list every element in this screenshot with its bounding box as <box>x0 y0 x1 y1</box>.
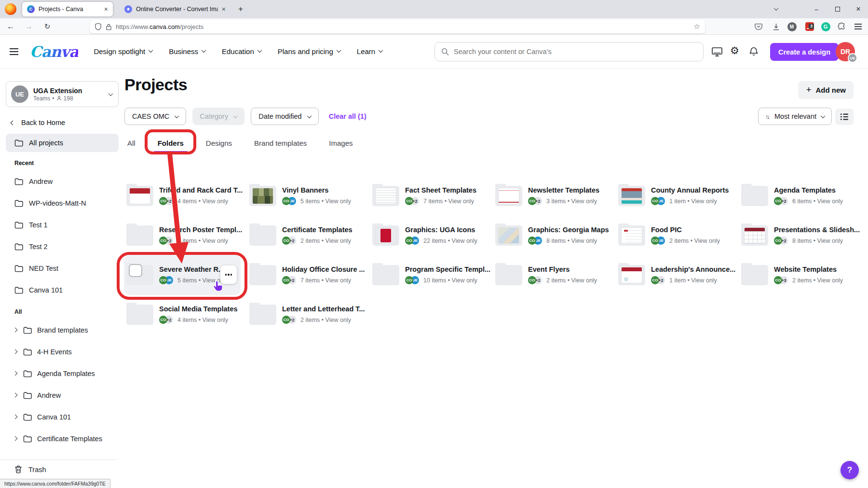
team-switcher[interactable]: UE UGA Extension Teams• 198 <box>6 81 119 107</box>
nav-item-design-spotlight[interactable]: Design spotlight <box>94 47 152 56</box>
sidebar-item-all-projects[interactable]: All projects <box>6 134 119 152</box>
sidebar-folder-andrew[interactable]: Andrew <box>6 170 119 192</box>
extensions-puzzle-icon[interactable] <box>834 18 849 35</box>
sidebar-folder-ned-test[interactable]: NED Test <box>6 257 119 279</box>
sidebar-folder-andrew[interactable]: Andrew <box>6 384 119 406</box>
back-button[interactable]: ← <box>4 18 17 35</box>
notifications-bell-icon[interactable] <box>748 46 759 57</box>
browser-tab-inactive[interactable]: Online Converter - Convert Ima × <box>120 2 231 16</box>
folder-card-social-media-templates[interactable]: Social Media TemplatesCO+24 items • View… <box>126 302 249 341</box>
chevron-down-icon <box>257 48 262 53</box>
folder-meta-row: CO+24 items • View only <box>159 237 247 245</box>
search-input[interactable] <box>454 48 697 56</box>
sidebar-item-trash[interactable]: Trash <box>14 465 46 474</box>
sidebar-folder-certificate-templates[interactable]: Certificate Templates <box>6 428 119 449</box>
shield-icon[interactable] <box>95 23 102 30</box>
folder-select-checkbox[interactable] <box>129 264 142 277</box>
category-filter-dropdown[interactable]: Category <box>192 108 244 125</box>
folder-card-agenda-templates[interactable]: Agenda TemplatesCO+26 items • View only <box>741 183 864 223</box>
sidebar-folder-brand-templates[interactable]: Brand templates <box>6 319 119 341</box>
folder-card-newsletter-templates[interactable]: Newsletter TemplatesCO+23 items • View o… <box>495 183 618 223</box>
window-close-button[interactable]: × <box>851 0 866 18</box>
profile-extension-icon[interactable]: M <box>785 18 799 35</box>
folder-thumbnail-icon <box>126 186 153 206</box>
user-avatar[interactable]: DRUE <box>836 42 855 61</box>
folder-card-graphics-georgia-maps[interactable]: Graphics: Georgia MapsCOUE8 items • View… <box>495 223 618 262</box>
app-menu-icon[interactable] <box>10 46 19 57</box>
folder-card-presentations-slidesh[interactable]: Presentations & Slidesh...CO+28 items • … <box>741 223 864 262</box>
display-icon[interactable] <box>711 46 723 57</box>
chevron-right-icon[interactable] <box>13 371 18 376</box>
pocket-icon[interactable] <box>751 18 766 35</box>
browser-menu-icon[interactable] <box>851 18 865 35</box>
url-bar[interactable]: https://www.canva.com/projects ☆ <box>90 20 705 33</box>
clear-all-link[interactable]: Clear all (1) <box>329 112 366 120</box>
adblock-extension-icon[interactable]: 3 <box>802 18 817 35</box>
sidebar-folder-canva-101[interactable]: Canva 101 <box>6 279 119 301</box>
list-all-tabs-icon[interactable] <box>774 6 779 11</box>
nav-item-plans-and-pricing[interactable]: Plans and pricing <box>278 47 340 56</box>
tab-all[interactable]: All <box>127 139 136 153</box>
downloads-icon[interactable] <box>769 18 783 35</box>
sidebar-folder-wp-videos-matt-n[interactable]: WP-videos-Matt-N <box>6 192 119 214</box>
collaborator-badge: CO <box>528 197 536 205</box>
folder-card-severe-weather-r[interactable]: Severe Weather R...COUE5 items • View on… <box>126 262 249 302</box>
nav-item-education[interactable]: Education <box>222 47 261 56</box>
folder-card-leadership-s-announce[interactable]: Leadership's Announce...CO+21 item • Vie… <box>618 262 741 302</box>
sidebar-folder-canva-101[interactable]: Canva 101 <box>6 406 119 428</box>
chevron-right-icon[interactable] <box>13 349 18 354</box>
list-view-toggle[interactable] <box>835 109 854 125</box>
lock-icon[interactable] <box>106 23 112 30</box>
tab-brand-templates[interactable]: Brand templates <box>254 139 307 153</box>
chevron-right-icon[interactable] <box>13 436 18 441</box>
folder-card-holiday-office-closure[interactable]: Holiday Office Closure ...CO+27 items • … <box>249 262 372 302</box>
folder-thumbnail-icon <box>741 225 768 246</box>
tab-folders[interactable]: Folders <box>158 139 184 153</box>
window-minimize-button[interactable]: – <box>809 0 824 18</box>
date-modified-filter-dropdown[interactable]: Date modified <box>251 108 318 125</box>
canva-logo[interactable]: Canva <box>30 43 78 60</box>
sort-dropdown[interactable]: ↑↓Most relevant <box>758 108 832 125</box>
window-maximize-button[interactable] <box>830 0 845 18</box>
settings-gear-icon[interactable]: ⚙ <box>730 45 739 56</box>
tab-images[interactable]: Images <box>329 139 353 153</box>
sidebar-folder-agenda-templates[interactable]: Agenda Templates <box>6 363 119 384</box>
search-bar[interactable] <box>434 42 704 61</box>
grammarly-extension-icon[interactable]: G <box>818 18 833 35</box>
new-tab-button[interactable]: + <box>238 4 243 14</box>
folder-filter-dropdown[interactable]: CAES OMC <box>124 108 186 125</box>
chevron-right-icon[interactable] <box>13 415 18 419</box>
folder-card-trifold-and-rack-card-t[interactable]: Trifold and Rack Card T...CO+24 items • … <box>126 183 249 223</box>
sidebar-folder-test-1[interactable]: Test 1 <box>6 214 119 236</box>
folder-card-event-flyers[interactable]: Event FlyersCO+22 items • View only <box>495 262 618 302</box>
folder-card-program-specific-templ[interactable]: Program Specific Templ...COUE10 items • … <box>372 262 495 302</box>
folder-card-fact-sheet-templates[interactable]: Fact Sheet TemplatesCO+27 items • View o… <box>372 183 495 223</box>
create-design-button[interactable]: Create a design <box>770 43 839 61</box>
folder-card-county-annual-reports[interactable]: County Annual ReportsCOUE1 item • View o… <box>618 183 741 223</box>
add-new-button[interactable]: +Add new <box>798 81 854 99</box>
folder-card-graphics-uga-icons[interactable]: Graphics: UGA IconsCOUE22 items • View o… <box>372 223 495 262</box>
folder-card-website-templates[interactable]: Website TemplatesCO+32 items • View only <box>741 262 864 302</box>
sidebar-folder-4-h-events[interactable]: 4-H Events <box>6 341 119 363</box>
chevron-right-icon[interactable] <box>13 328 18 333</box>
sidebar-folder-test-2[interactable]: Test 2 <box>6 236 119 257</box>
firefox-icon[interactable] <box>5 3 16 15</box>
folder-card-vinyl-banners[interactable]: Vinyl BannersCOUE5 items • View only <box>249 183 372 223</box>
nav-item-business[interactable]: Business <box>169 47 205 56</box>
folder-card-certificate-templates[interactable]: Certificate TemplatesCO+22 items • View … <box>249 223 372 262</box>
tab-designs[interactable]: Designs <box>206 139 232 153</box>
bookmark-star-icon[interactable]: ☆ <box>694 22 700 31</box>
chevron-right-icon[interactable] <box>13 393 18 398</box>
nav-item-learn[interactable]: Learn <box>357 47 382 56</box>
help-button[interactable]: ? <box>841 461 859 479</box>
tab-close-icon[interactable]: × <box>104 6 108 13</box>
tab-close-icon[interactable]: × <box>222 6 226 13</box>
folder-thumbnail-icon <box>249 265 276 285</box>
folder-card-letter-and-letterhead-t[interactable]: Letter and Letterhead T...CO+22 items • … <box>249 302 372 341</box>
back-to-home-link[interactable]: Back to Home <box>6 119 119 126</box>
browser-tab-active[interactable]: C Projects - Canva × <box>22 2 113 16</box>
forward-button[interactable]: → <box>22 18 36 35</box>
folder-grid: Trifold and Rack Card T...CO+24 items • … <box>126 183 864 341</box>
folder-card-food-pic[interactable]: Food PICCOUE2 items • View only <box>618 223 741 262</box>
reload-button[interactable]: ↻ <box>41 18 54 35</box>
